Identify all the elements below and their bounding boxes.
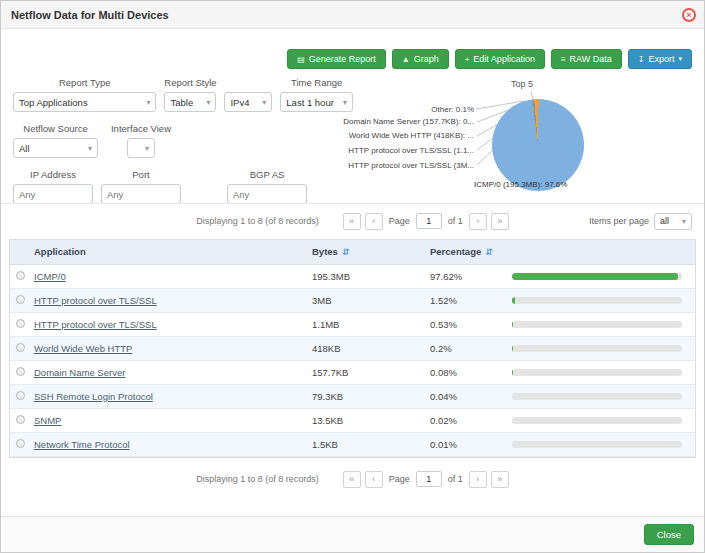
close-icon[interactable]: × (682, 8, 696, 22)
radio-column-header (10, 240, 32, 264)
usage-bar-fill (512, 273, 678, 280)
table-row[interactable]: ICMP/0 195.3MB 97.62% (10, 264, 695, 288)
bytes-cell: 157.7KB (312, 360, 430, 384)
usage-bar (512, 369, 682, 376)
bgp-as-input[interactable] (227, 184, 307, 204)
records-summary: Displaying 1 to 8 (of 8 records) (196, 216, 319, 226)
application-link[interactable]: SSH Remote Login Protocol (34, 391, 153, 402)
generate-report-button[interactable]: ▤ Generate Report (287, 49, 386, 69)
edit-application-button[interactable]: + Edit Application (455, 49, 545, 69)
bytes-cell: 195.3MB (312, 264, 430, 288)
button-label: Edit Application (473, 54, 535, 64)
usage-bar (512, 297, 682, 304)
prev-page-button[interactable]: ‹ (365, 471, 383, 488)
application-link[interactable]: HTTP protocol over TLS/SSL (34, 319, 157, 330)
page-input[interactable] (416, 471, 442, 487)
sort-icon[interactable]: ⇵ (342, 247, 350, 257)
plus-icon: + (465, 55, 470, 64)
chevron-down-icon: ▾ (678, 55, 682, 63)
port-input[interactable] (101, 184, 181, 204)
download-icon: ↧ (638, 55, 645, 64)
items-per-page-select[interactable]: all ▾ (654, 213, 692, 230)
last-page-button[interactable]: » (491, 471, 509, 488)
export-button[interactable]: ↧ Export ▾ (628, 49, 692, 69)
row-radio[interactable] (16, 367, 25, 376)
table-body: ICMP/0 195.3MB 97.62% HTTP protocol over… (10, 264, 695, 456)
row-radio[interactable] (16, 439, 25, 448)
next-page-button[interactable]: › (469, 471, 487, 488)
pie-slice-label: Other: 0.1% (431, 105, 474, 114)
report-type-select[interactable]: Top Applications ▾ (13, 92, 156, 112)
usage-bar-fill (512, 321, 513, 328)
pie-slice-label: Domain Name Server (157.7KB): 0... (343, 117, 474, 126)
button-label: Graph (414, 54, 439, 64)
report-type-label: Report Type (59, 77, 111, 88)
page-input[interactable] (416, 213, 442, 229)
chevron-down-icon: ▾ (682, 217, 686, 226)
select-value: Top Applications (19, 97, 88, 108)
prev-page-button[interactable]: ‹ (365, 213, 383, 230)
application-link[interactable]: ICMP/0 (34, 271, 66, 282)
button-label: Export (648, 54, 674, 64)
applications-table-wrap: Application Bytes⇵ Percentage⇵ ICMP/0 19… (9, 239, 696, 458)
usage-bar (512, 345, 682, 352)
table-row[interactable]: Network Time Protocol 1.5KB 0.01% (10, 432, 695, 456)
bytes-cell: 1.1MB (312, 312, 430, 336)
row-radio[interactable] (16, 391, 25, 400)
row-radio[interactable] (16, 295, 25, 304)
usage-bar (512, 441, 682, 448)
ip-version-select[interactable]: IPv4 ▾ (224, 92, 272, 112)
pagination-bottom: Displaying 1 to 8 (of 8 records) « ‹ Pag… (1, 467, 704, 491)
netflow-source-label: Netflow Source (23, 123, 87, 134)
bytes-cell: 3MB (312, 288, 430, 312)
report-style-select[interactable]: Table ▾ (164, 92, 216, 112)
table-row[interactable]: HTTP protocol over TLS/SSL 1.1MB 0.53% (10, 312, 695, 336)
select-value: Last 1 hour (286, 97, 334, 108)
footer-bar: Close (1, 516, 704, 552)
table-row[interactable]: World Wide Web HTTP 418KB 0.2% (10, 336, 695, 360)
items-per-page-label: Items per page (589, 216, 649, 226)
application-link[interactable]: Network Time Protocol (34, 439, 130, 450)
page-label: Page (389, 216, 410, 226)
application-link[interactable]: Domain Name Server (34, 367, 125, 378)
table-row[interactable]: SNMP 13.5KB 0.02% (10, 408, 695, 432)
bytes-column-header: Bytes (312, 246, 338, 257)
bytes-cell: 1.5KB (312, 432, 430, 456)
pie-chart[interactable] (492, 99, 584, 191)
row-radio[interactable] (16, 343, 25, 352)
list-icon: ≡ (561, 55, 566, 64)
table-row[interactable]: HTTP protocol over TLS/SSL 3MB 1.52% (10, 288, 695, 312)
records-summary: Displaying 1 to 8 (of 8 records) (196, 474, 319, 484)
table-row[interactable]: Domain Name Server 157.7KB 0.08% (10, 360, 695, 384)
row-radio[interactable] (16, 415, 25, 424)
close-button[interactable]: Close (644, 524, 694, 545)
time-range-select[interactable]: Last 1 hour ▾ (280, 92, 353, 112)
row-radio[interactable] (16, 319, 25, 328)
first-page-button[interactable]: « (343, 471, 361, 488)
sort-icon[interactable]: ⇵ (485, 247, 493, 257)
percentage-cell: 0.08% (430, 360, 512, 384)
last-page-button[interactable]: » (491, 213, 509, 230)
interface-view-select[interactable]: ▾ (127, 138, 155, 158)
next-page-button[interactable]: › (469, 213, 487, 230)
ip-address-input[interactable] (13, 184, 93, 204)
row-radio[interactable] (16, 271, 25, 280)
raw-data-button[interactable]: ≡ RAW Data (551, 49, 622, 69)
usage-bar (512, 273, 682, 280)
bytes-cell: 418KB (312, 336, 430, 360)
application-link[interactable]: HTTP protocol over TLS/SSL (34, 295, 157, 306)
usage-bar (512, 417, 682, 424)
table-row[interactable]: SSH Remote Login Protocol 79.3KB 0.04% (10, 384, 695, 408)
netflow-source-select[interactable]: All ▾ (13, 138, 98, 158)
netflow-dialog: Netflow Data for Multi Devices × ▤ Gener… (0, 0, 705, 553)
chevron-down-icon: ▾ (206, 98, 210, 107)
application-link[interactable]: SNMP (34, 415, 61, 426)
application-link[interactable]: World Wide Web HTTP (34, 343, 132, 354)
graph-button[interactable]: ▲ Graph (392, 49, 449, 69)
chevron-down-icon: ▾ (146, 98, 150, 107)
first-page-button[interactable]: « (343, 213, 361, 230)
chevron-down-icon: ▾ (145, 144, 149, 153)
usage-bar (512, 321, 682, 328)
select-value: IPv4 (230, 97, 249, 108)
percentage-column-header: Percentage (430, 246, 481, 257)
